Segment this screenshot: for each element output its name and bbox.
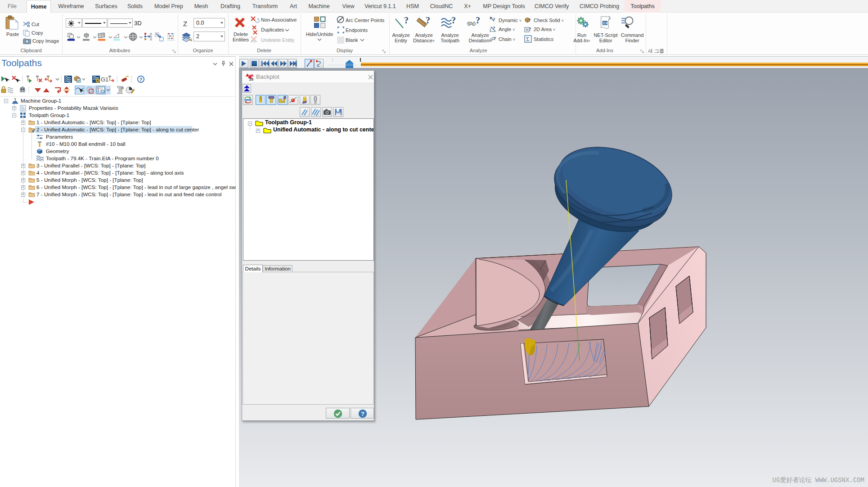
svg-text:?: ?: [476, 16, 480, 25]
svg-text:?: ?: [529, 26, 531, 32]
svg-text:C#: C#: [603, 21, 608, 25]
svg-text:?: ?: [451, 16, 456, 25]
svg-text:?: ?: [493, 17, 495, 22]
svg-text:?: ?: [404, 16, 409, 25]
svg-text:?: ?: [494, 36, 496, 41]
svg-text:?: ?: [528, 17, 531, 23]
svg-text:?: ?: [493, 25, 495, 31]
svg-text:?: ?: [361, 410, 364, 417]
svg-text:25: 25: [249, 77, 253, 81]
svg-text:Σ: Σ: [526, 36, 530, 42]
svg-text:G1: G1: [101, 76, 108, 83]
svg-text:?: ?: [426, 16, 430, 25]
svg-text:?: ?: [139, 77, 143, 82]
